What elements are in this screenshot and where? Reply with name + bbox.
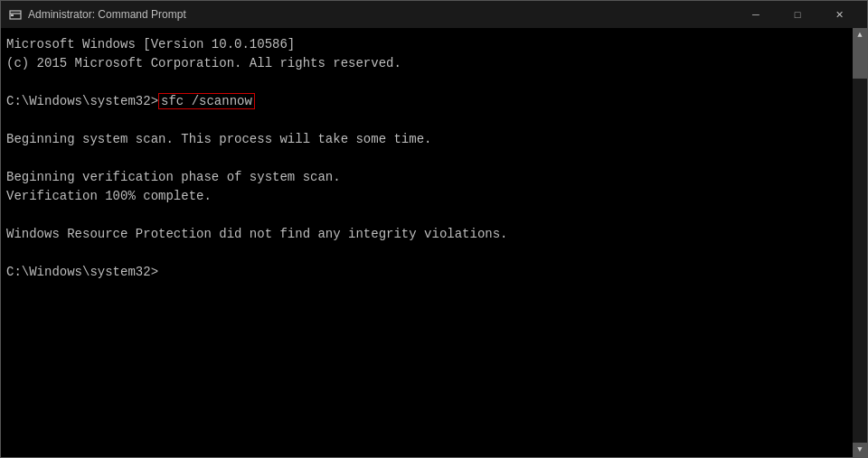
line-11: Windows Resource Protection did not find… <box>6 225 847 244</box>
scrollbar-down-arrow[interactable]: ▼ <box>853 443 867 457</box>
line-13: C:\Windows\system32> <box>6 263 847 282</box>
titlebar-controls: ─ □ ✕ <box>735 1 860 28</box>
titlebar-icon <box>8 7 23 22</box>
line-8: Beginning verification phase of system s… <box>6 168 847 187</box>
line-4: C:\Windows\system32>sfc /scannow <box>6 92 847 111</box>
line-6: Beginning system scan. This process will… <box>6 130 847 149</box>
scrollbar-track[interactable] <box>853 42 867 443</box>
main-area: Microsoft Windows [Version 10.0.10586] (… <box>1 28 867 457</box>
cmd-window: Administrator: Command Prompt ─ □ ✕ Micr… <box>0 0 868 458</box>
command-highlighted: sfc /scannow <box>158 93 255 109</box>
svg-rect-2 <box>11 14 14 16</box>
close-button[interactable]: ✕ <box>818 1 860 28</box>
line-9: Verification 100% complete. <box>6 187 847 206</box>
minimize-button[interactable]: ─ <box>735 1 777 28</box>
scrollbar-up-arrow[interactable]: ▲ <box>853 28 867 42</box>
maximize-button[interactable]: □ <box>777 1 818 28</box>
line-5 <box>6 111 847 130</box>
line-1: Microsoft Windows [Version 10.0.10586] <box>6 35 847 54</box>
scrollbar-thumb[interactable] <box>853 42 867 79</box>
line-7 <box>6 149 847 168</box>
titlebar: Administrator: Command Prompt ─ □ ✕ <box>1 1 867 28</box>
console-output[interactable]: Microsoft Windows [Version 10.0.10586] (… <box>1 28 853 457</box>
line-3 <box>6 73 847 92</box>
line-12 <box>6 244 847 263</box>
line-10 <box>6 206 847 225</box>
scrollbar: ▲ ▼ <box>853 28 867 457</box>
titlebar-title: Administrator: Command Prompt <box>28 8 735 21</box>
line-2: (c) 2015 Microsoft Corporation. All righ… <box>6 54 847 73</box>
